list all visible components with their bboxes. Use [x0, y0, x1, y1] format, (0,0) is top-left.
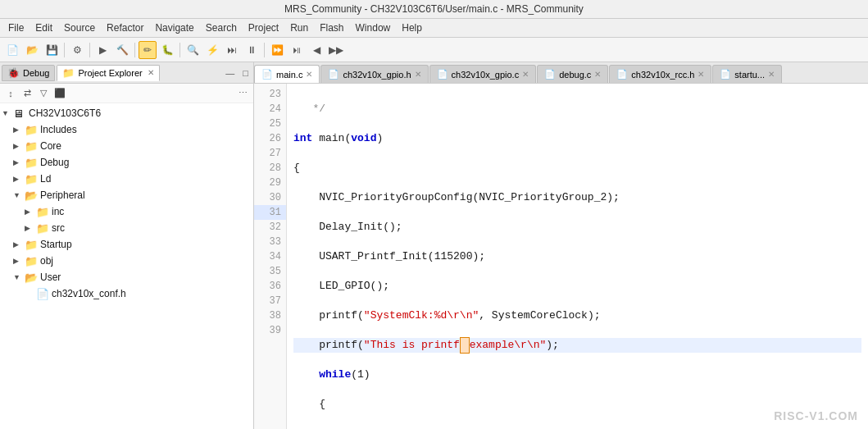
ln-36: 36	[254, 279, 286, 294]
run-btn[interactable]: ▶	[93, 41, 111, 59]
tab-gpio-c[interactable]: 📄 ch32v10x_gpio.c ✕	[429, 65, 537, 83]
edit-mode-btn[interactable]: ✏	[139, 41, 157, 59]
link-editor-btn[interactable]: ⇄	[20, 86, 34, 101]
code-line-33: {	[293, 397, 861, 412]
tree-item-user[interactable]: ▼ 📂 User	[11, 269, 253, 285]
menu-item-flash[interactable]: Flash	[315, 21, 348, 35]
main-area: 🐞 Debug 📁 Project Explorer ✕ — □ ↕ ⇄ ▽ ⬛…	[0, 62, 868, 429]
tab-debug-c-close[interactable]: ✕	[594, 70, 601, 79]
minimize-panel-btn[interactable]: —	[222, 68, 238, 78]
filter-btn[interactable]: ▽	[36, 86, 51, 101]
view-menu-btn[interactable]: ⋯	[235, 86, 250, 101]
menu-item-refactor[interactable]: Refactor	[102, 21, 148, 35]
tree-item-debug-folder[interactable]: ▶ 📁 Debug	[11, 154, 253, 171]
src-icon: 📁	[36, 222, 49, 235]
panel-toolbar: ↕ ⇄ ▽ ⬛ ⋯	[0, 84, 253, 103]
ln-31: 31	[254, 205, 286, 220]
menu-item-run[interactable]: Run	[285, 21, 313, 35]
root-arrow: ▼	[2, 109, 13, 117]
tab-rcc-h-close[interactable]: ✕	[698, 70, 704, 79]
step-btn[interactable]: ⏭	[223, 41, 241, 59]
debug-settings-btn[interactable]: ⚙	[68, 41, 86, 59]
menu-item-navigate[interactable]: Navigate	[150, 21, 198, 35]
startup-label: Startup	[40, 239, 72, 250]
flash-btn[interactable]: ⚡	[203, 41, 221, 59]
ln-24: 24	[254, 102, 286, 116]
maximize-panel-btn[interactable]: □	[239, 68, 252, 78]
menu-item-window[interactable]: Window	[351, 21, 396, 35]
tab-gpio-c-close[interactable]: ✕	[522, 70, 529, 79]
open-btn[interactable]: 📂	[23, 41, 41, 59]
tree-item-ld[interactable]: ▶ 📁 Ld	[11, 171, 253, 187]
tool1[interactable]: ⏩	[268, 41, 286, 59]
code-editor[interactable]: */ int main(void) { NVIC_PriorityGroupCo…	[287, 84, 868, 429]
ln-35: 35	[254, 264, 286, 279]
tab-startup-icon: 📄	[720, 69, 731, 80]
tool2[interactable]: ⏯	[288, 41, 306, 59]
menu-item-file[interactable]: File	[3, 21, 29, 35]
inc-arrow: ▶	[25, 208, 36, 216]
save-btn[interactable]: 💾	[43, 41, 61, 59]
tree-item-core[interactable]: ▶ 📁 Core	[11, 138, 253, 154]
tab-close-icon[interactable]: ✕	[148, 68, 154, 77]
tree-item-peripheral[interactable]: ▼ 📂 Peripheral	[11, 187, 253, 203]
tree-item-inc[interactable]: ▶ 📁 inc	[23, 203, 253, 220]
tab-rcc-h[interactable]: 📄 ch32v10x_rcc.h ✕	[609, 65, 711, 83]
code-line-24: int main(void)	[293, 131, 861, 146]
tab-debug[interactable]: 🐞 Debug	[2, 65, 55, 81]
tab-debug-c-label: debug.c	[559, 70, 591, 80]
tab-main-c[interactable]: 📄 main.c ✕	[254, 65, 320, 83]
menu-bar: FileEditSourceRefactorNavigateSearchProj…	[0, 19, 868, 38]
tab-startup-close[interactable]: ✕	[768, 70, 775, 79]
inc-label: inc	[52, 206, 64, 217]
tool4[interactable]: ▶▶	[327, 41, 345, 59]
tab-gpio-c-icon: 📄	[437, 69, 448, 80]
conf-label: ch32v10x_conf.h	[52, 288, 126, 299]
src-arrow: ▶	[25, 224, 36, 232]
startup-arrow: ▶	[13, 240, 25, 249]
sync-btn[interactable]: ⬛	[52, 86, 67, 101]
code-line-25: {	[293, 161, 861, 176]
tab-startup[interactable]: 📄 startu... ✕	[712, 65, 782, 83]
pause-btn[interactable]: ⏸	[243, 41, 261, 59]
toolbar-sep-5	[264, 43, 265, 57]
new-btn[interactable]: 📄	[3, 41, 21, 59]
menu-item-edit[interactable]: Edit	[30, 21, 57, 35]
title-bar: MRS_Community - CH32V103C6T6/User/main.c…	[0, 0, 868, 19]
tree-item-src[interactable]: ▶ 📁 src	[23, 220, 253, 236]
tab-gpio-h-close[interactable]: ✕	[415, 70, 421, 79]
tree-item-includes[interactable]: ▶ 📁 Includes	[11, 121, 253, 138]
tab-explorer-label: Project Explorer	[78, 68, 142, 78]
tab-main-c-close[interactable]: ✕	[306, 70, 312, 79]
tree-root[interactable]: ▼ 🖥 CH32V103C6T6	[0, 105, 253, 121]
tab-rcc-h-label: ch32v10x_rcc.h	[631, 70, 694, 80]
ld-arrow: ▶	[13, 175, 25, 183]
tool3[interactable]: ◀	[307, 41, 325, 59]
menu-item-project[interactable]: Project	[243, 21, 284, 35]
tree-item-conf[interactable]: 📄 ch32v10x_conf.h	[23, 285, 253, 302]
ln-38: 38	[254, 308, 286, 323]
ln-30: 30	[254, 190, 286, 205]
search-btn[interactable]: 🔍	[184, 41, 202, 59]
toolbar-sep-2	[89, 43, 90, 57]
toolbar-sep-1	[64, 43, 65, 57]
tree-item-startup[interactable]: ▶ 📁 Startup	[11, 236, 253, 253]
tab-gpio-h[interactable]: 📄 ch32v10x_gpio.h ✕	[320, 65, 428, 83]
code-area[interactable]: 23 24 25 26 27 28 29 30 31 32 33 34 35 3…	[254, 84, 868, 429]
tab-project-explorer[interactable]: 📁 Project Explorer ✕	[57, 65, 159, 81]
menu-item-help[interactable]: Help	[397, 21, 427, 35]
root-icon: 🖥	[13, 107, 26, 120]
build-btn[interactable]: 🔨	[113, 41, 131, 59]
debug-mode-btn[interactable]: 🐛	[158, 41, 176, 59]
collapse-all-btn[interactable]: ↕	[3, 86, 18, 101]
tab-debug-c[interactable]: 📄 debug.c ✕	[537, 65, 608, 83]
tab-main-c-icon: 📄	[261, 69, 273, 80]
debug-folder-arrow: ▶	[13, 158, 25, 167]
menu-item-search[interactable]: Search	[201, 21, 242, 35]
ld-label: Ld	[40, 173, 51, 185]
ln-23: 23	[254, 87, 286, 102]
ln-34: 34	[254, 249, 286, 264]
startup-icon: 📁	[25, 239, 38, 251]
tree-item-obj[interactable]: ▶ 📁 obj	[11, 253, 253, 269]
menu-item-source[interactable]: Source	[59, 21, 100, 35]
